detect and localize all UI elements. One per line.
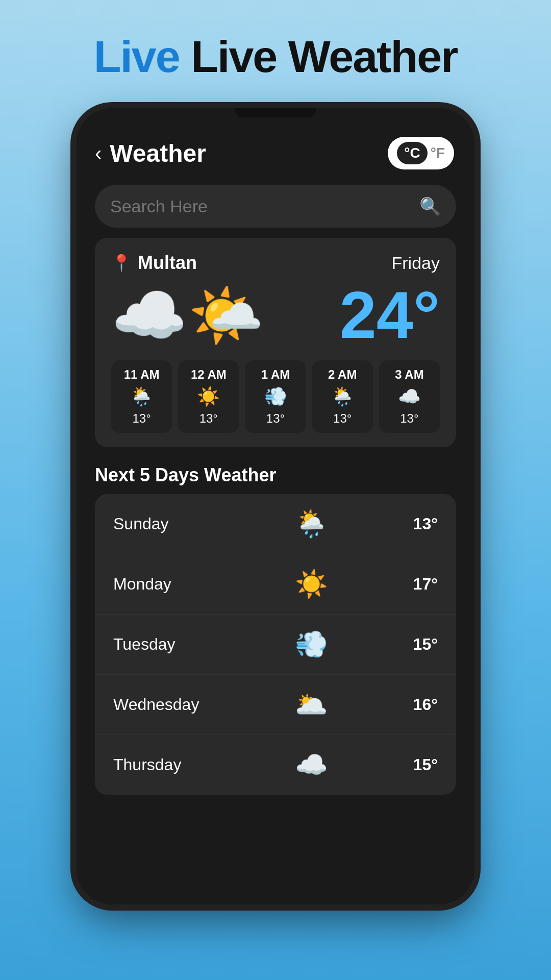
page-heading: Live Live Weather	[94, 31, 458, 83]
forecast-row: Sunday 🌦️ 13°	[95, 494, 456, 554]
forecast-day-name: Thursday	[113, 755, 226, 774]
hourly-time: 11 AM	[124, 368, 160, 382]
search-input[interactable]	[110, 197, 411, 216]
forecast-day-name: Wednesday	[113, 695, 226, 714]
forecast-temp: 13°	[397, 514, 438, 533]
forecast-day-name: Sunday	[113, 514, 226, 533]
hourly-temp: 13°	[266, 411, 285, 426]
phone-notch	[235, 108, 316, 117]
day-label: Friday	[392, 253, 440, 273]
forecast-row: Tuesday 💨 15°	[95, 615, 456, 675]
forecast-row: Wednesday 🌥️ 16°	[95, 675, 456, 735]
forecast-temp: 15°	[397, 755, 438, 774]
screen: ‹ Weather °C °F 🔍 📍 Multan Friday	[77, 108, 474, 904]
hourly-item: 2 AM 🌦️ 13°	[312, 360, 373, 433]
main-temperature: 24°	[339, 282, 440, 348]
forecast-day-name: Tuesday	[113, 635, 226, 654]
search-bar[interactable]: 🔍	[95, 185, 456, 228]
phone-frame: ‹ Weather °C °F 🔍 📍 Multan Friday	[77, 108, 474, 904]
city-name: Multan	[138, 252, 197, 274]
main-weather-icon: ☁️🌤️	[111, 284, 264, 346]
hourly-forecast: 11 AM 🌦️ 13° 12 AM ☀️ 13° 1 AM 💨 13° 2 A…	[111, 360, 440, 433]
forecast-icon: ☀️	[226, 569, 397, 600]
forecast-temp: 17°	[397, 575, 438, 594]
hourly-time: 12 AM	[191, 368, 227, 382]
forecast-icon: 🌥️	[226, 689, 397, 720]
five-day-title: Next 5 Days Weather	[77, 459, 474, 494]
pin-icon: 📍	[111, 253, 132, 273]
fahrenheit-label[interactable]: °F	[431, 145, 445, 161]
hourly-icon: ☀️	[197, 386, 220, 407]
hourly-temp: 13°	[400, 411, 418, 426]
app-header: ‹ Weather °C °F	[77, 108, 474, 180]
forecast-temp: 15°	[397, 635, 438, 654]
weather-main: ☁️🌤️ 24°	[111, 282, 440, 348]
location-label: 📍 Multan	[111, 252, 197, 274]
hourly-icon: 🌦️	[331, 386, 354, 407]
hourly-time: 3 AM	[395, 368, 423, 382]
forecast-icon: 💨	[226, 629, 397, 660]
header-title: Weather	[110, 139, 206, 167]
forecast-row: Monday ☀️ 17°	[95, 554, 456, 615]
hourly-item: 12 AM ☀️ 13°	[178, 360, 239, 433]
weather-card-header: 📍 Multan Friday	[111, 252, 440, 274]
hourly-icon: 🌦️	[130, 386, 153, 407]
page-title-weather2: Weather	[288, 31, 458, 82]
hourly-icon: ☁️	[398, 386, 421, 407]
page-title-live: Live	[94, 31, 180, 82]
page-title-weather: Live	[191, 31, 277, 82]
hourly-item: 3 AM ☁️ 13°	[379, 360, 440, 433]
hourly-item: 1 AM 💨 13°	[245, 360, 306, 433]
hourly-temp: 13°	[333, 411, 352, 426]
temp-unit-toggle[interactable]: °C °F	[388, 137, 454, 169]
hourly-time: 1 AM	[261, 368, 290, 382]
five-day-card: Sunday 🌦️ 13° Monday ☀️ 17° Tuesday 💨 15…	[95, 494, 456, 795]
hourly-item: 11 AM 🌦️ 13°	[111, 360, 172, 433]
forecast-row: Thursday ☁️ 15°	[95, 735, 456, 795]
forecast-icon: ☁️	[226, 749, 397, 780]
hourly-time: 2 AM	[328, 368, 357, 382]
hourly-temp: 13°	[132, 411, 151, 426]
celsius-label[interactable]: °C	[397, 142, 427, 164]
search-icon: 🔍	[419, 196, 441, 216]
hourly-icon: 💨	[264, 386, 287, 407]
forecast-temp: 16°	[397, 695, 438, 714]
forecast-day-name: Monday	[113, 575, 226, 594]
weather-card: 📍 Multan Friday ☁️🌤️ 24° 11 AM 🌦️ 13° 12…	[95, 238, 456, 447]
hourly-temp: 13°	[199, 411, 218, 426]
forecast-icon: 🌦️	[226, 508, 397, 540]
back-button[interactable]: ‹	[95, 142, 102, 165]
header-left: ‹ Weather	[95, 139, 206, 167]
